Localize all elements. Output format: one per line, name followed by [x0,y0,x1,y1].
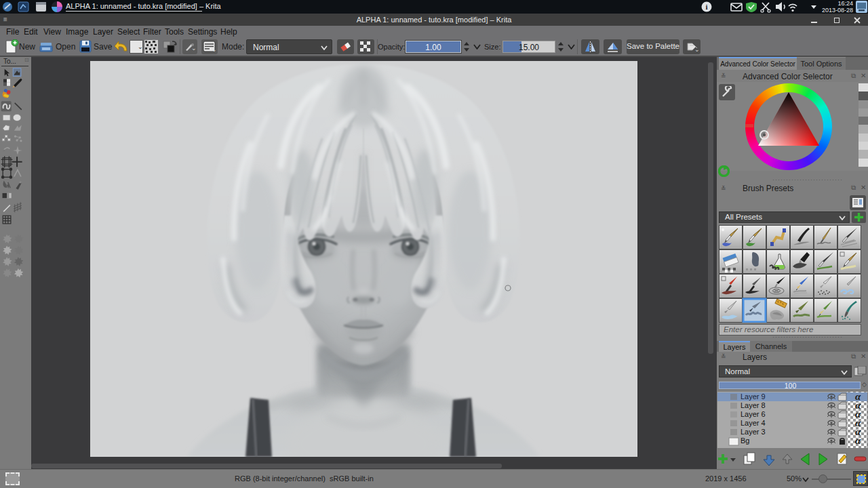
svg-text:Layer 4: Layer 4 [741,419,766,427]
svg-text:α: α [855,435,861,446]
svg-text:Bg: Bg [741,436,749,445]
svg-text:i: i [705,3,707,11]
svg-text:Layer 8: Layer 8 [741,401,766,409]
svg-text:Layer 9: Layer 9 [741,392,766,401]
svg-text:Layer 6: Layer 6 [741,410,766,418]
svg-text:Layer 3: Layer 3 [741,428,766,436]
